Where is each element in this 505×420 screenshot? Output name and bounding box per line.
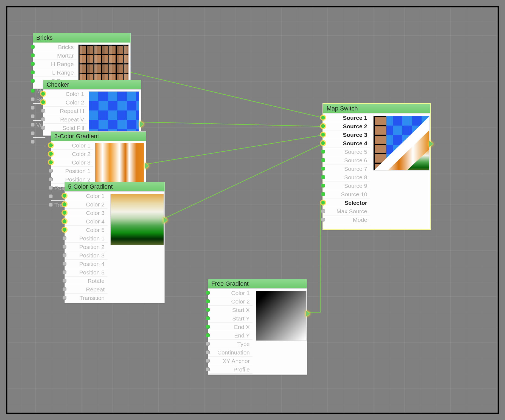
param-row[interactable]: Color 2 (43, 98, 87, 107)
input-port[interactable] (206, 325, 210, 329)
input-port[interactable] (31, 140, 35, 144)
input-port[interactable] (31, 131, 35, 135)
input-port[interactable] (63, 219, 66, 223)
node-title[interactable]: Map Switch (323, 104, 430, 113)
input-port[interactable] (31, 45, 35, 49)
input-port[interactable] (49, 160, 53, 164)
input-port[interactable] (63, 211, 66, 215)
input-port[interactable] (49, 194, 53, 198)
param-row[interactable]: Rotate (65, 277, 107, 285)
param-row[interactable]: Color 5 (65, 226, 107, 234)
input-port[interactable] (41, 109, 45, 113)
editor-canvas[interactable]: Bricks Bricks Mortar H Range L Range S R… (6, 6, 499, 414)
input-port[interactable] (206, 359, 210, 363)
input-port[interactable] (49, 143, 53, 147)
input-port[interactable] (321, 158, 325, 162)
output-port[interactable] (164, 217, 167, 223)
output-port[interactable] (306, 311, 310, 317)
param-row[interactable]: End X (208, 323, 252, 331)
param-row[interactable]: Repeat V (43, 115, 87, 124)
param-row[interactable]: Transition (65, 294, 107, 302)
param-row[interactable]: Position 3 (65, 251, 107, 260)
input-port[interactable] (63, 228, 66, 232)
param-row[interactable]: Pos (51, 184, 66, 192)
node-5color-gradient[interactable]: 5-Color Gradient Color 1 Color 2 Color 3… (64, 182, 165, 303)
param-row[interactable]: Source 2 (323, 122, 370, 130)
param-row[interactable]: Position 4 (65, 260, 107, 268)
param-row[interactable]: Color 1 (65, 192, 107, 200)
param-row[interactable]: H Range (33, 60, 77, 68)
param-row[interactable]: Position 5 (65, 268, 107, 277)
input-port[interactable] (31, 89, 35, 93)
input-port[interactable] (321, 209, 325, 213)
node-map-switch[interactable]: Map Switch Source 1 Source 2 Source 3 So… (322, 103, 431, 230)
input-port[interactable] (321, 150, 325, 154)
input-port[interactable] (31, 97, 35, 101)
param-row[interactable]: Solid Fill (43, 124, 87, 132)
param-row[interactable]: Repeat H (43, 107, 87, 115)
input-port[interactable] (63, 194, 66, 198)
node-title[interactable]: 3-Color Gradient (51, 132, 146, 141)
param-row[interactable]: L Range (33, 68, 77, 77)
input-port[interactable] (206, 342, 210, 346)
input-port[interactable] (63, 296, 66, 300)
param-row[interactable]: Repeat (65, 285, 107, 294)
input-port[interactable] (206, 308, 210, 312)
param-row[interactable]: Max Source (323, 207, 370, 215)
input-port[interactable] (63, 262, 66, 266)
node-checker[interactable]: Checker Color 1 Color 2 Repeat H Repeat … (43, 80, 141, 136)
output-port[interactable] (140, 121, 144, 127)
input-port[interactable] (41, 100, 45, 104)
output-port[interactable] (145, 163, 149, 169)
input-port[interactable] (63, 279, 66, 283)
node-3color-gradient[interactable]: 3-Color Gradient Color 1 Color 2 Color 3… (51, 131, 146, 187)
input-port[interactable] (206, 316, 210, 320)
param-row[interactable]: Color 2 (51, 150, 93, 158)
input-port[interactable] (63, 253, 66, 257)
input-port[interactable] (31, 106, 35, 110)
input-port[interactable] (31, 123, 35, 127)
param-row[interactable]: Bricks (33, 43, 77, 51)
param-row[interactable]: Profile (208, 365, 252, 374)
node-title[interactable]: Bricks (33, 33, 130, 43)
param-row[interactable]: Source 10 (323, 190, 370, 198)
input-port[interactable] (206, 367, 210, 371)
input-port[interactable] (49, 169, 53, 173)
param-row[interactable]: End Y (208, 331, 252, 340)
input-port[interactable] (206, 299, 210, 303)
input-port[interactable] (41, 92, 45, 96)
param-row[interactable]: Source 1 (323, 113, 370, 122)
input-port[interactable] (49, 186, 53, 190)
input-port[interactable] (63, 270, 66, 274)
param-row[interactable]: Source 8 (323, 173, 370, 181)
param-row[interactable]: Source 9 (323, 181, 370, 190)
param-row[interactable]: Source 5 (323, 147, 370, 156)
input-port[interactable] (31, 79, 35, 83)
input-port[interactable] (321, 201, 325, 205)
param-row[interactable]: XY Anchor (208, 357, 252, 365)
param-row[interactable] (33, 138, 45, 146)
node-title[interactable]: 5-Color Gradient (65, 182, 164, 192)
node-title[interactable]: Free Gradient (208, 279, 307, 289)
input-port[interactable] (321, 141, 325, 145)
param-row[interactable]: Source 6 (323, 156, 370, 164)
input-port[interactable] (41, 126, 45, 130)
input-port[interactable] (63, 245, 66, 249)
input-port[interactable] (321, 184, 325, 188)
input-port[interactable] (49, 177, 53, 181)
input-port[interactable] (206, 350, 210, 354)
param-row[interactable]: Start X (208, 306, 252, 314)
input-port[interactable] (206, 333, 210, 337)
input-port[interactable] (49, 203, 53, 207)
param-row[interactable]: Position 1 (65, 234, 107, 243)
input-port[interactable] (321, 124, 325, 128)
param-row[interactable]: Color 2 (65, 200, 107, 209)
param-row[interactable]: Position 2 (65, 243, 107, 251)
param-row[interactable]: Type (208, 340, 252, 348)
input-port[interactable] (321, 218, 325, 222)
param-row[interactable]: Color 1 (51, 141, 93, 150)
input-port[interactable] (321, 167, 325, 171)
input-port[interactable] (206, 291, 210, 295)
param-row[interactable]: Color 2 (208, 297, 252, 306)
param-row[interactable]: Start Y (208, 314, 252, 323)
